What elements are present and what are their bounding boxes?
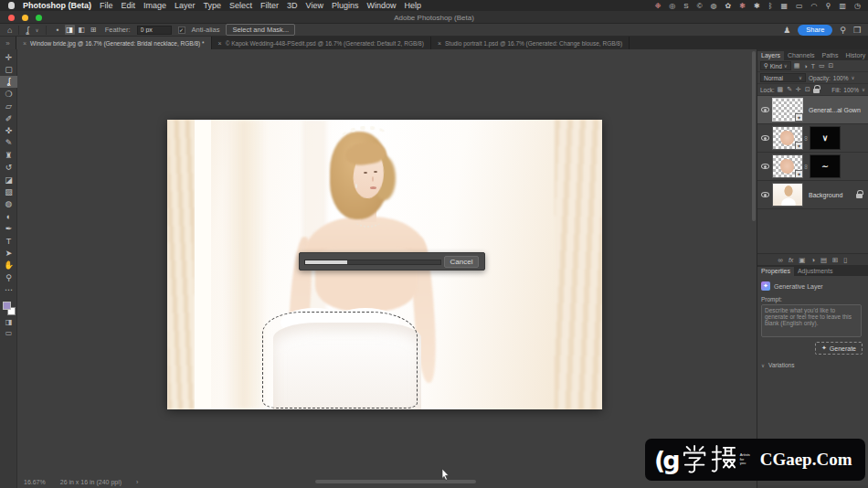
type-tool[interactable]: T (0, 235, 17, 247)
zoom-level[interactable]: 16.67% (24, 479, 46, 485)
status-app-7-icon[interactable]: ❃ (739, 2, 746, 10)
layer-mask-thumbnail[interactable]: ∨ (810, 126, 841, 150)
eye-icon[interactable] (761, 192, 769, 197)
vertical-scrollbar[interactable] (752, 51, 756, 221)
chevron-down-icon[interactable]: ∨ (36, 27, 39, 33)
opacity-value[interactable]: 100% (833, 75, 849, 81)
filter-pixel-layers-icon[interactable]: ▦ (794, 62, 800, 69)
prompt-input[interactable] (761, 304, 862, 337)
eraser-tool[interactable]: ◪ (0, 174, 17, 186)
pen-tool[interactable]: ✒ (0, 222, 17, 234)
healing-brush-tool[interactable]: ✜ (0, 124, 17, 136)
cancel-button[interactable]: Cancel (444, 256, 479, 268)
menu-help[interactable]: Help (405, 1, 422, 10)
history-brush-tool[interactable]: ↺ (0, 162, 17, 174)
variations-section[interactable]: ∨ Variations (761, 362, 864, 368)
anti-alias-checkbox[interactable]: ✓ (178, 27, 185, 34)
status-chevron-icon[interactable]: › (136, 479, 138, 485)
gradient-tool[interactable]: ▨ (0, 186, 17, 197)
layer-row-generative-2[interactable]: ✦ ∞ ∨ (757, 124, 868, 153)
blur-tool[interactable]: ◍ (0, 198, 17, 210)
menu-file[interactable]: File (100, 1, 113, 10)
apple-icon[interactable] (8, 2, 15, 9)
intersect-selection-icon[interactable]: ⊞ (89, 25, 99, 35)
horizontal-scrollbar[interactable] (315, 480, 476, 483)
delete-layer-icon[interactable]: ▯ (843, 256, 847, 264)
blend-mode-select[interactable]: Normal ∨ (760, 73, 806, 82)
panel-collapse-icon[interactable]: » (0, 37, 16, 49)
share-button[interactable]: Share (798, 25, 832, 36)
layer-thumbnail[interactable]: ✦ (772, 126, 803, 150)
feather-input[interactable] (137, 26, 172, 35)
chevron-down-icon[interactable]: ∨ (862, 87, 865, 92)
menu-filter[interactable]: Filter (260, 1, 279, 10)
screen-mode-icon[interactable]: ▭ (0, 328, 17, 339)
status-app-4-icon[interactable]: © (697, 2, 703, 10)
menu-image[interactable]: Image (143, 1, 166, 10)
home-icon[interactable]: ⌂ (7, 26, 12, 35)
workspace-icon[interactable]: ❒ (853, 26, 861, 35)
add-to-selection-icon[interactable]: ◨ (65, 25, 75, 35)
eyedropper-tool[interactable]: ✐ (0, 112, 17, 124)
link-layers-icon[interactable]: ∞ (778, 256, 783, 264)
eye-icon[interactable] (761, 164, 769, 169)
crop-tool[interactable]: ▱ (0, 101, 17, 112)
lock-position-icon[interactable]: ✛ (796, 86, 801, 93)
status-keyboard-icon[interactable]: ▦ (780, 2, 788, 10)
layer-row-background[interactable]: Background (757, 181, 868, 209)
menu-view[interactable]: View (306, 1, 323, 10)
edit-toolbar-icon[interactable]: ⋯ (0, 283, 17, 295)
status-search-icon[interactable]: ⚲ (826, 2, 831, 10)
path-selection-tool[interactable]: ➤ (0, 247, 17, 259)
tab-paths[interactable]: Paths (819, 51, 842, 60)
status-control-center-icon[interactable]: ▥ (839, 2, 846, 10)
tab-channels[interactable]: Channels (784, 51, 819, 60)
layer-name[interactable]: Background (809, 192, 842, 198)
add-layer-mask-icon[interactable]: ▣ (799, 256, 805, 264)
tab-layers[interactable]: Layers (757, 51, 784, 60)
eye-icon[interactable] (761, 135, 769, 141)
new-layer-icon[interactable]: ⊞ (832, 256, 838, 264)
link-mask-icon[interactable]: ∞ (803, 164, 810, 169)
menu-app-name[interactable]: Photoshop (Beta) (23, 1, 91, 10)
filter-type-layers-icon[interactable]: T (811, 63, 815, 69)
close-icon[interactable]: × (23, 40, 26, 47)
object-selection-tool[interactable]: ❍ (0, 88, 17, 100)
filter-smart-objects-icon[interactable]: ⊡ (829, 62, 834, 69)
layer-mask-thumbnail[interactable]: ∼ (810, 154, 841, 178)
layer-row-generative-3[interactable]: ✦ ∞ ∼ (757, 153, 868, 181)
lock-artboard-icon[interactable]: ⊡ (805, 86, 810, 93)
document-tab-2[interactable]: × © Kapok Wedding-448-PSedit.psd @ 16.7%… (212, 37, 431, 49)
tab-history[interactable]: History (842, 51, 868, 60)
status-app-1-icon[interactable]: ❉ (655, 2, 662, 10)
document-tab-1[interactable]: × Window bride.jpg @ 16.7% (Generated: B… (16, 37, 212, 49)
status-app-8-icon[interactable]: ✱ (754, 2, 760, 10)
lasso-tool-icon[interactable]: ʆ (26, 26, 28, 35)
status-clock-icon[interactable]: ◷ (854, 2, 861, 10)
dodge-tool[interactable]: ◐ (0, 210, 17, 222)
marquee-tool[interactable]: ▢ (0, 63, 17, 75)
move-tool[interactable]: ✛ (0, 51, 17, 63)
tab-properties[interactable]: Properties (757, 267, 794, 276)
generate-button[interactable]: ✦ Generate (815, 342, 863, 355)
new-adjustment-layer-icon[interactable]: ◑ (810, 256, 815, 264)
hand-tool[interactable]: ✋ (0, 260, 17, 271)
quick-mask-icon[interactable]: ◨ (0, 317, 17, 328)
status-battery-icon[interactable]: ▭ (796, 2, 803, 10)
layer-row-generative-gown[interactable]: ✦ Generat...al Gown (757, 96, 868, 124)
lasso-tool[interactable]: ʆ (0, 76, 17, 88)
layer-thumbnail[interactable] (772, 183, 803, 207)
close-icon[interactable]: × (438, 40, 441, 47)
layer-effects-icon[interactable]: fx (789, 257, 793, 263)
menu-plugins[interactable]: Plugins (332, 1, 359, 10)
foreground-color-swatch[interactable] (3, 302, 11, 310)
select-and-mask-button[interactable]: Select and Mask... (226, 24, 295, 36)
link-mask-icon[interactable]: ∞ (803, 136, 810, 141)
status-app-3-icon[interactable]: S (683, 2, 688, 10)
canvas-area[interactable]: Cancel 16.67% 26 in x 16 in (240 ppi) › (17, 49, 757, 488)
menu-3d[interactable]: 3D (287, 1, 298, 10)
menu-window[interactable]: Window (367, 1, 397, 10)
subtract-from-selection-icon[interactable]: ◧ (77, 25, 87, 35)
menu-layer[interactable]: Layer (175, 1, 196, 10)
account-icon[interactable]: ♟ (783, 26, 790, 35)
